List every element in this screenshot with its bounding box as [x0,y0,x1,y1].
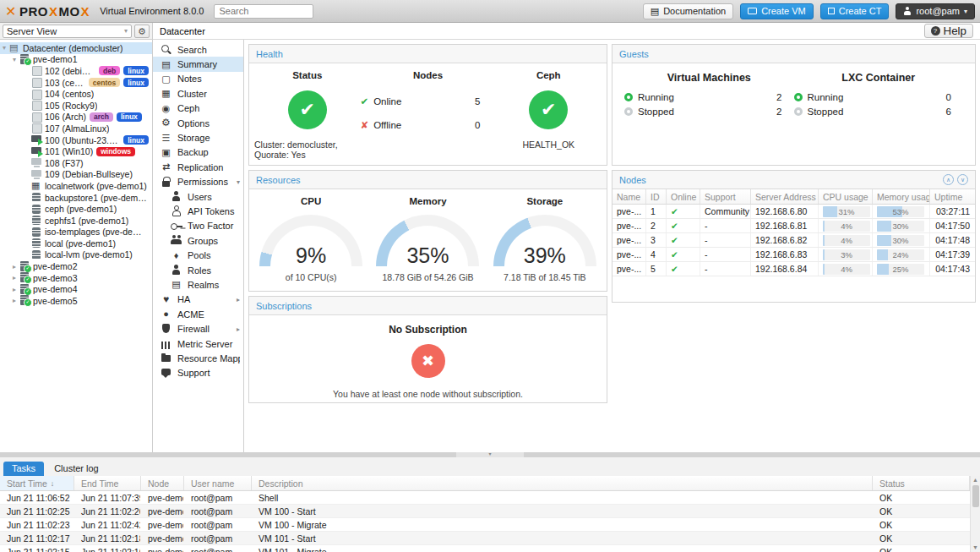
node-row[interactable]: pve-... 5 ✔ - 192.168.6.84 4% 25% 04:17:… [612,262,975,276]
splitter-grip-icon[interactable]: ▾ [456,452,524,457]
node-support: - [700,262,751,276]
tree-item[interactable]: 100 (Ubuntu-23.04) linux [0,134,152,146]
tree-item[interactable]: local (pve-demo1) [0,238,152,249]
nav-item[interactable]: Storage [153,130,243,145]
tree-item[interactable]: pve-demo4 [0,283,152,295]
global-search-input[interactable] [214,4,313,19]
nav-item[interactable]: Users [163,189,243,204]
datacenter-nav: Search Summary Notes Cluster Ceph [153,40,244,452]
user-menu-button[interactable]: root@pam ▾ [896,3,975,19]
nav-item[interactable]: Pools [163,248,243,262]
create-ct-button[interactable]: Create CT [820,3,890,19]
nav-item[interactable]: Realms [163,277,243,292]
tree-item[interactable]: 109 (Debian-Bullseye) [0,169,152,181]
task-row[interactable]: Jun 21 11:02:17 Jun 21 11:02:18 pve-demo… [0,532,970,545]
nav-item[interactable]: Replication [153,160,243,174]
tasks-scrollbar[interactable]: ▲ ▼ [970,476,980,552]
column-header[interactable]: Server Address [751,189,819,204]
nav-item[interactable]: Notes [153,72,243,86]
column-header[interactable]: Uptime [930,189,975,204]
column-header[interactable]: Memory usage [873,189,930,204]
documentation-button[interactable]: ▤ Documentation [643,3,733,19]
expander-icon[interactable] [0,44,8,52]
column-header[interactable]: Online [667,189,700,204]
nav-item[interactable]: Summary [153,57,243,71]
nav-item-label: Storage [177,133,240,143]
expander-icon[interactable] [10,263,19,271]
tree-item[interactable]: iso-templages (pve-demo1) [0,227,152,238]
nav-item[interactable]: Options [153,116,243,130]
node-row[interactable]: pve-... 3 ✔ - 192.168.6.82 4% 30% 04:17:… [612,233,975,248]
nav-item[interactable]: Cluster [153,86,243,101]
node-row[interactable]: pve-... 4 ✔ - 192.168.6.83 3% 24% 04:17:… [612,248,975,262]
tree-item[interactable]: 102 (debianbuster) deb linux [0,65,152,77]
node-row[interactable]: pve-... 2 ✔ - 192.168.6.81 4% 30% 04:17:… [612,219,975,233]
expander-icon[interactable] [10,274,19,281]
column-header[interactable]: Support [700,189,751,204]
nav-item[interactable]: Ceph [153,101,243,116]
task-row[interactable]: Jun 21 11:02:23 Jun 21 11:02:42 pve-demo… [0,518,970,532]
expander-icon[interactable] [237,325,240,333]
column-header[interactable]: Description [252,476,873,490]
task-row[interactable]: Jun 21 11:02:25 Jun 21 11:02:26 pve-demo… [0,505,970,518]
expander-icon[interactable] [237,296,240,303]
tree-item[interactable]: local-lvm (pve-demo1) [0,249,152,261]
tree-item[interactable]: 104 (centos) [0,88,152,100]
nav-item[interactable]: Search [153,42,243,57]
task-row[interactable]: Jun 21 11:06:52 Jun 21 11:07:39 pve-demo… [0,491,970,505]
column-header[interactable]: End Time [74,476,141,490]
expander-icon[interactable] [10,286,19,293]
nav-item[interactable]: Roles [163,263,243,277]
nav-item[interactable]: API Tokens [163,204,243,218]
nav-item[interactable]: ACME [153,307,243,321]
column-header[interactable]: CPU usage [819,189,873,204]
view-selector[interactable]: Server View ▾ [3,25,132,38]
tree-item[interactable]: backupstore1 (pve-demo1) [0,192,152,204]
nav-item[interactable]: Resource Mappings [153,351,243,365]
tab-tasks[interactable]: Tasks [3,462,44,476]
column-header[interactable]: User name [184,476,252,490]
expander-icon[interactable] [237,178,240,186]
tree-item[interactable]: pve-demo1 [0,54,152,66]
column-header[interactable]: ID [646,189,667,204]
tree-item[interactable]: cephfs1 (pve-demo1) [0,215,152,227]
horizontal-splitter[interactable]: ▾ [0,452,980,457]
expander-icon[interactable] [10,297,19,304]
tree-item[interactable]: pve-demo3 [0,272,152,284]
tree-item[interactable]: 103 (centosstream) centos linux [0,77,152,89]
expander-icon[interactable] [10,56,19,63]
scroll-thumb[interactable] [972,485,979,507]
collapse-down-icon[interactable]: ∨ [957,174,968,185]
tree-item[interactable]: pve-demo5 [0,295,152,307]
help-button[interactable]: ? Help [924,24,973,38]
create-vm-button[interactable]: Create VM [740,3,814,19]
tree-item[interactable]: Datacenter (democluster) [0,42,152,54]
column-header[interactable]: Node [141,476,184,490]
nav-item[interactable]: Groups [163,233,243,248]
nav-item[interactable]: Support [153,366,243,380]
tree-item[interactable]: 107 (AlmaLinux) [0,123,152,134]
node-row[interactable]: pve-... 1 ✔ Community 192.168.6.80 31% 5… [612,205,975,219]
tree-item[interactable]: ceph (pve-demo1) [0,203,152,215]
scroll-up-icon[interactable]: ▲ [972,476,978,484]
tree-settings-button[interactable]: ⚙ [134,25,150,38]
nav-item[interactable]: Two Factor [163,219,243,233]
column-header[interactable]: Status [873,476,970,490]
nav-item[interactable]: Metric Server [153,336,243,351]
nav-item[interactable]: HA [153,292,243,307]
tree-item[interactable]: 105 (Rocky9) [0,100,152,112]
column-header-start-time[interactable]: Start Time↓ [0,476,74,490]
column-header[interactable]: Name [612,189,646,204]
task-row[interactable]: Jun 21 11:02:15 Jun 21 11:02:16 pve-demo… [0,545,970,552]
tree-item[interactable]: 108 (F37) [0,157,152,169]
nav-item[interactable]: Firewall [153,321,243,336]
tree-item[interactable]: pve-demo2 [0,260,152,272]
tree-item[interactable]: 101 (Win10) windows [0,145,152,157]
tree-item[interactable]: 106 (Arch) arch linux [0,112,152,123]
scroll-down-icon[interactable]: ▼ [972,544,978,552]
nav-item[interactable]: Backup [153,145,243,160]
tree-item[interactable]: localnetwork (pve-demo1) [0,180,152,192]
nav-item[interactable]: Permissions [153,175,243,189]
collapse-up-icon[interactable]: ∧ [943,174,954,185]
tab-cluster-log[interactable]: Cluster log [46,462,107,476]
